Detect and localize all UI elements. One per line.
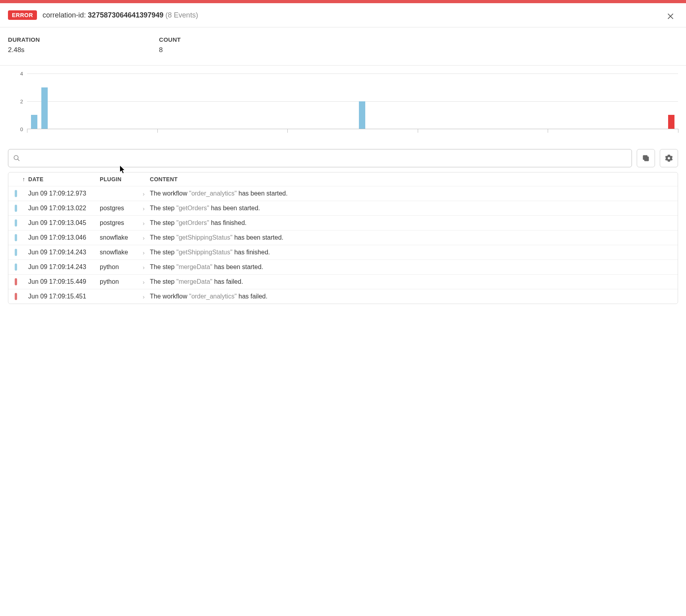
expand-caret-icon[interactable]: › (143, 293, 150, 300)
y-tick: 2 (20, 99, 23, 105)
table-row[interactable]: Jun 09 17:09:12.973›The workflow "order_… (8, 186, 678, 201)
stat-count: COUNT 8 (159, 36, 310, 54)
stats-row: DURATION 2.48s COUNT 8 (0, 27, 686, 66)
x-tick (27, 129, 27, 133)
row-content: The step "getShippingStatus" has finishe… (150, 249, 674, 256)
x-tick (287, 129, 288, 133)
row-status-mark (12, 190, 20, 197)
expand-caret-icon[interactable]: › (143, 205, 150, 212)
row-content: The workflow "order_analytics" has been … (150, 190, 674, 197)
expand-caret-icon[interactable]: › (143, 279, 150, 285)
expand-caret-icon[interactable]: › (143, 264, 150, 271)
row-content: The step "mergeData" has failed. (150, 278, 674, 285)
log-table-wrap: ↑ DATE PLUGIN CONTENT Jun 09 17:09:12.97… (0, 172, 686, 312)
table-row[interactable]: Jun 09 17:09:14.243snowflake›The step "g… (8, 245, 678, 260)
row-date: Jun 09 17:09:14.243 (27, 263, 100, 271)
table-header[interactable]: ↑ DATE PLUGIN CONTENT (8, 172, 678, 186)
count-value: 8 (159, 46, 310, 54)
close-icon (666, 12, 675, 21)
duration-value: 2.48s (8, 46, 159, 54)
copy-icon (642, 154, 650, 162)
panel-title: correlation-id: 3275873064641397949 (8 E… (43, 11, 198, 19)
row-date: Jun 09 17:09:13.022 (27, 205, 100, 212)
title-prefix: correlation-id: (43, 11, 88, 19)
row-plugin: postgres (100, 219, 143, 227)
y-tick: 4 (20, 71, 23, 77)
panel-header: ERROR correlation-id: 327587306464139794… (0, 3, 686, 27)
expand-caret-icon[interactable]: › (143, 234, 150, 241)
row-plugin: snowflake (100, 249, 143, 256)
row-content: The step "getOrders" has been started. (150, 205, 674, 212)
svg-point-0 (14, 155, 18, 160)
row-content: The step "getShippingStatus" has been st… (150, 234, 674, 241)
gear-icon (665, 154, 673, 162)
table-row[interactable]: Jun 09 17:09:14.243python›The step "merg… (8, 260, 678, 275)
expand-caret-icon[interactable]: › (143, 220, 150, 227)
duration-label: DURATION (8, 36, 159, 43)
close-button[interactable] (665, 10, 676, 22)
chart-plot-area (27, 74, 678, 129)
search-icon (13, 155, 20, 162)
log-table: ↑ DATE PLUGIN CONTENT Jun 09 17:09:12.97… (8, 172, 678, 304)
table-row[interactable]: Jun 09 17:09:13.022postgres›The step "ge… (8, 201, 678, 216)
gridline (27, 74, 678, 74)
settings-button[interactable] (660, 149, 678, 167)
gridline (27, 101, 678, 102)
count-label: COUNT (159, 36, 310, 43)
event-chart[interactable]: 024 (8, 74, 678, 137)
table-row[interactable]: Jun 09 17:09:15.451›The workflow "order_… (8, 289, 678, 304)
accent-topbar (0, 0, 686, 3)
table-row[interactable]: Jun 09 17:09:13.046snowflake›The step "g… (8, 231, 678, 245)
table-row[interactable]: Jun 09 17:09:13.045postgres›The step "ge… (8, 216, 678, 231)
header-date[interactable]: DATE (27, 176, 100, 182)
row-date: Jun 09 17:09:13.046 (27, 234, 100, 241)
x-tick (157, 129, 158, 133)
copy-button[interactable] (637, 149, 655, 167)
stat-duration: DURATION 2.48s (8, 36, 159, 54)
chart-bar[interactable] (668, 115, 674, 129)
search-box[interactable] (8, 149, 632, 167)
expand-caret-icon[interactable]: › (143, 249, 150, 256)
chart-bar[interactable] (359, 101, 365, 129)
x-tick (548, 129, 548, 133)
row-content: The step "mergeData" has been started. (150, 263, 674, 271)
expand-caret-icon[interactable]: › (143, 190, 150, 197)
table-row[interactable]: Jun 09 17:09:15.449python›The step "merg… (8, 275, 678, 289)
error-badge: ERROR (8, 10, 37, 20)
row-status-mark (12, 234, 20, 241)
x-tick (678, 129, 678, 133)
row-status-mark (12, 263, 20, 271)
row-date: Jun 09 17:09:15.451 (27, 293, 100, 300)
search-toolbar (0, 141, 686, 172)
row-plugin: snowflake (100, 234, 143, 241)
search-input[interactable] (24, 155, 627, 162)
correlation-id: 3275873064641397949 (88, 11, 163, 19)
row-status-mark (12, 278, 20, 285)
row-status-mark (12, 249, 20, 256)
row-date: Jun 09 17:09:14.243 (27, 249, 100, 256)
row-plugin: postgres (100, 205, 143, 212)
row-date: Jun 09 17:09:13.045 (27, 219, 100, 227)
row-plugin: python (100, 263, 143, 271)
row-plugin: python (100, 278, 143, 285)
row-status-mark (12, 293, 20, 300)
header-content[interactable]: CONTENT (150, 176, 674, 182)
y-tick: 0 (20, 126, 23, 132)
chart-bar[interactable] (41, 87, 48, 129)
row-status-mark (12, 219, 20, 227)
row-status-mark (12, 205, 20, 212)
row-content: The step "getOrders" has finished. (150, 219, 674, 227)
row-date: Jun 09 17:09:15.449 (27, 278, 100, 285)
row-content: The workflow "order_analytics" has faile… (150, 293, 674, 300)
header-plugin[interactable]: PLUGIN (100, 176, 143, 182)
sort-arrow-icon[interactable]: ↑ (20, 176, 27, 182)
chart-y-axis: 024 (8, 74, 25, 129)
chart-container: 024 (0, 66, 686, 141)
chart-bar[interactable] (31, 115, 37, 129)
events-count: (8 Events) (165, 11, 198, 19)
row-date: Jun 09 17:09:12.973 (27, 190, 100, 197)
x-tick (418, 129, 418, 133)
